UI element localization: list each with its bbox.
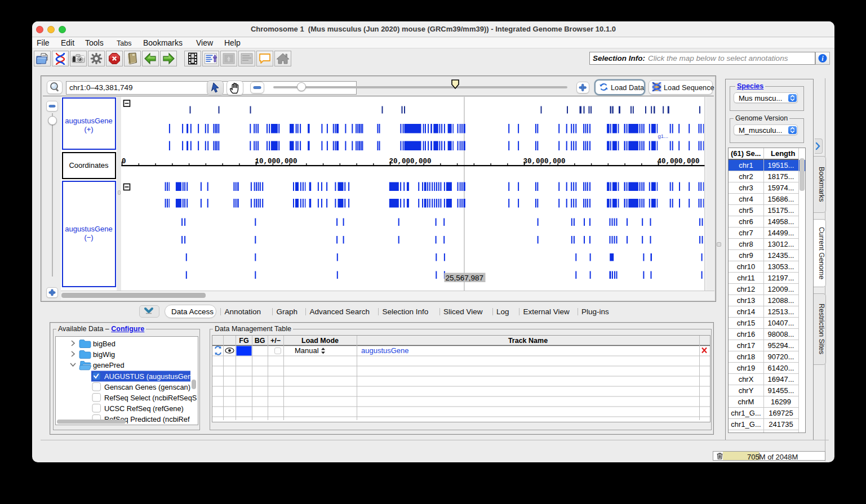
svg-text:Load Mode: Load Mode — [301, 337, 339, 345]
svg-text:genePred: genePred — [93, 361, 125, 369]
svg-text:30,000,000: 30,000,000 — [523, 158, 565, 166]
svg-text:Genscan Genes (genscan): Genscan Genes (genscan) — [104, 383, 190, 391]
svg-text:40,000,000: 40,000,000 — [657, 158, 699, 166]
svg-text:bigWig: bigWig — [93, 350, 115, 359]
svg-text:UCSC RefSeq (refGene): UCSC RefSeq (refGene) — [104, 404, 184, 413]
svg-text:10,000,000: 10,000,000 — [255, 158, 297, 166]
svg-text:25,567,987: 25,567,987 — [445, 274, 483, 282]
svg-text:AUGUSTUS (augustusGene): AUGUSTUS (augustusGene) — [104, 372, 198, 381]
svg-text:RefSeq Select (ncbiRefSeqS: RefSeq Select (ncbiRefSeqS — [104, 394, 197, 402]
svg-text:augustusGene: augustusGene — [361, 346, 409, 355]
svg-text:Manual: Manual — [295, 346, 319, 355]
svg-text:0: 0 — [122, 158, 126, 166]
svg-text:+/−: +/− — [270, 337, 281, 345]
svg-text:Track Name: Track Name — [508, 337, 548, 345]
svg-text:20,000,000: 20,000,000 — [389, 158, 431, 166]
svg-text:BG: BG — [255, 337, 265, 345]
svg-text:g1...: g1... — [658, 133, 668, 139]
svg-text:bigBed: bigBed — [93, 340, 116, 348]
svg-text:FG: FG — [239, 337, 248, 345]
